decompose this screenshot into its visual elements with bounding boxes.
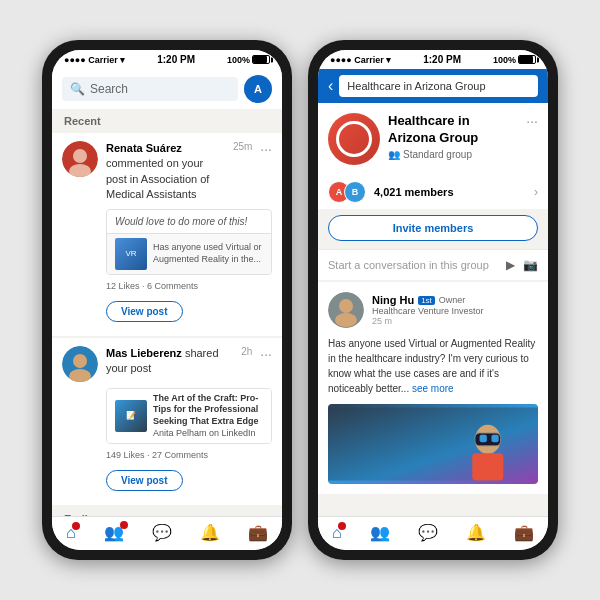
group-header: Healthcare in Arizona Group 👥 Standard g… [318,103,548,175]
nav-home-1[interactable]: ⌂ [66,524,76,542]
nav-messaging-2[interactable]: 💬 [418,523,438,542]
notif-actor-1: Renata Suárez [106,142,182,154]
status-bar-1: ●●●● Carrier ▾ 1:20 PM 100% [52,50,282,69]
battery-icon-1 [252,55,270,64]
svg-rect-12 [328,407,538,480]
post-preview-2: 📝 The Art of the Craft: Pro-Tips for the… [106,388,272,445]
member-avatars: A B [328,181,366,203]
svg-rect-18 [491,435,498,442]
post-thumb-2: 📝 [115,400,147,432]
video-icon[interactable]: ▶ [506,258,515,272]
group-post: Ning Hu 1st Owner Healthcare Venture Inv… [318,282,548,494]
back-button-2[interactable]: ‹ [328,77,333,95]
post-thumb-1: VR [115,238,147,270]
group-type: 👥 Standard group [388,149,518,160]
notification-2: Mas Lieberenz shared your post 2h ··· 📝 … [52,338,282,506]
standard-group-icon: 👥 [388,149,400,160]
start-conversation[interactable]: Start a conversation in this group ▶ 📷 [318,249,548,280]
author-title: Healthcare Venture Investor [372,306,538,316]
notif-avatar-1 [62,141,98,177]
network-badge-1 [120,521,128,529]
nav-network-1[interactable]: 👥 [104,523,124,542]
search-placeholder-1: Search [90,82,128,96]
nav-home-2[interactable]: ⌂ [332,524,342,542]
battery-2: 100% [493,55,536,65]
search-bar-1: 🔍 Search A [52,69,282,109]
avatar-initials-1: A [244,75,272,103]
post-body: Has anyone used Virtual or Augmented Rea… [328,336,538,396]
network-icon-2: 👥 [370,523,390,542]
see-more-link[interactable]: see more [412,383,454,394]
svg-rect-14 [472,453,503,480]
messaging-icon-2: 💬 [418,523,438,542]
time-2: 1:20 PM [423,54,461,65]
post-desc-1: Has anyone used Virtual or Augmented Rea… [153,242,263,265]
notif-actor-2: Mas Lieberenz [106,347,182,359]
svg-rect-17 [480,435,487,442]
more-options-1[interactable]: ··· [260,141,272,157]
nav-jobs-1[interactable]: 💼 [248,523,268,542]
time-1: 1:20 PM [157,54,195,65]
notif-content-1: Renata Suárez commented on your post in … [106,141,225,203]
view-post-btn-2[interactable]: View post [106,470,183,491]
author-avatar [328,292,364,328]
group-logo [328,113,380,165]
home-badge-1 [72,522,80,530]
invite-members-btn[interactable]: Invite members [328,215,538,241]
post-time: 25 m [372,316,538,326]
search-input-2[interactable]: Healthcare in Arizona Group [339,75,538,97]
post-author-name: Ning Hu [372,294,414,306]
carrier-1: ●●●● Carrier ▾ [64,55,125,65]
author-role-label: Owner [439,295,466,305]
nav-network-2[interactable]: 👥 [370,523,390,542]
more-options-group[interactable]: ··· [526,113,538,129]
search-bar-2: ‹ Healthcare in Arizona Group [318,69,548,103]
post-quote-1: Would love to do more of this! [107,210,271,233]
nav-messaging-1[interactable]: 💬 [152,523,172,542]
conv-icons: ▶ 📷 [506,258,538,272]
status-bar-2: ●●●● Carrier ▾ 1:20 PM 100% [318,50,548,69]
notif-time-1: 25m [233,141,252,152]
feed-1: Recent Renata Suárez commented on yo [52,109,282,516]
battery-icon-2 [518,55,536,64]
post-stats-2: 149 Likes · 27 Comments [106,450,272,464]
battery-1: 100% [227,55,270,65]
notification-1: Renata Suárez commented on your post in … [52,133,282,336]
nav-jobs-2[interactable]: 💼 [514,523,534,542]
post-stats-1: 12 Likes · 6 Comments [106,281,272,295]
camera-icon[interactable]: 📷 [523,258,538,272]
members-count: 4,021 members [374,186,454,198]
svg-point-4 [73,354,87,368]
svg-point-1 [73,149,87,163]
view-post-btn-1[interactable]: View post [106,301,183,322]
chevron-right-icon: › [534,185,538,199]
nav-notifications-2[interactable]: 🔔 [466,523,486,542]
messaging-icon-1: 💬 [152,523,172,542]
svg-point-11 [335,313,357,327]
notif-time-2: 2h [241,346,252,357]
more-options-2[interactable]: ··· [260,346,272,362]
group-name: Healthcare in Arizona Group [388,113,518,147]
section-earlier: Earlier [52,507,282,516]
bottom-nav-1: ⌂ 👥 💬 🔔 💼 [52,516,282,550]
section-recent: Recent [52,109,282,131]
carrier-2: ●●●● Carrier ▾ [330,55,391,65]
search-input-1[interactable]: 🔍 Search [62,77,238,101]
bell-icon-1: 🔔 [200,523,220,542]
bell-icon-2: 🔔 [466,523,486,542]
member-avatar-2: B [344,181,366,203]
author-badge: 1st [418,296,435,305]
post-image [328,404,538,484]
notif-avatar-2 [62,346,98,382]
phone-1: ●●●● Carrier ▾ 1:20 PM 100% 🔍 Search A [42,40,292,560]
jobs-icon-1: 💼 [248,523,268,542]
user-avatar-1[interactable]: A [244,75,272,103]
notif-content-2: Mas Lieberenz shared your post [106,346,233,377]
home-badge-2 [338,522,346,530]
nav-notifications-1[interactable]: 🔔 [200,523,220,542]
search-value-2: Healthcare in Arizona Group [347,80,485,92]
jobs-icon-2: 💼 [514,523,534,542]
svg-point-10 [339,299,353,313]
members-row[interactable]: A B 4,021 members › [318,175,548,209]
phone-2: ●●●● Carrier ▾ 1:20 PM 100% ‹ Healthcare… [308,40,558,560]
